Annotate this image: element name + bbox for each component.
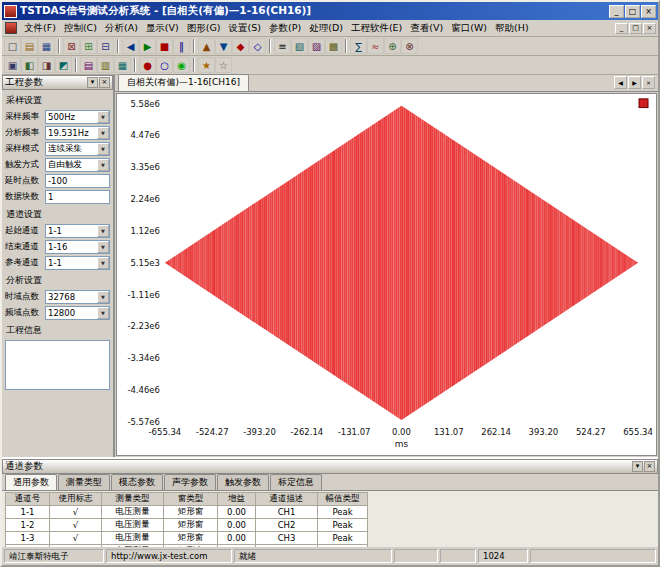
toolbar-icon-3[interactable]: ◨ [38, 57, 55, 73]
menu-item-4[interactable]: 显示(V) [142, 21, 183, 36]
menu-item-10[interactable]: 查看(V) [406, 21, 447, 36]
table-row[interactable]: 1-3√电压测量矩形窗0.00CH3Peak [6, 532, 368, 545]
field-combo[interactable]: 19.531Hz▼ [45, 126, 110, 140]
channel-tab-5[interactable]: 触发参数 [217, 474, 269, 490]
toolbar-icon-26[interactable]: ⊕ [384, 38, 401, 54]
tab-scroll-right-icon[interactable]: ▶ [628, 76, 641, 89]
child-minimize-button[interactable]: _ [615, 23, 628, 34]
table-cell: Peak [318, 506, 368, 519]
channel-panel-title: 通道参数 [5, 460, 631, 473]
toolbar-icon-15[interactable]: ☆ [215, 57, 232, 73]
toolbar-icon-12[interactable]: ◉ [173, 57, 190, 73]
toolbar-icon-12[interactable]: ‖ [173, 38, 190, 54]
toolbar-icon-22[interactable]: ▩ [325, 38, 342, 54]
dropdown-arrow-icon[interactable]: ▼ [97, 225, 109, 237]
child-restore-button[interactable]: □ [629, 23, 642, 34]
menu-item-7[interactable]: 参数(P) [265, 21, 305, 36]
toolbar-icon-11[interactable]: ○ [156, 57, 173, 73]
dropdown-arrow-icon[interactable]: ▼ [97, 127, 109, 139]
child-close-button[interactable]: × [643, 23, 656, 34]
channel-tab-2[interactable]: 测量类型 [58, 474, 110, 490]
dropdown-arrow-icon[interactable]: ▼ [97, 307, 109, 319]
toolbar-icon-9[interactable]: ◀ [122, 38, 139, 54]
close-button[interactable]: × [641, 5, 656, 18]
project-parameters-panel: 工程参数 ▾ × 采样设置采样频率500Hz▼分析频率19.531Hz▼采样模式… [2, 75, 115, 457]
project-panel-close-icon[interactable]: × [99, 77, 110, 88]
minimize-button[interactable]: _ [609, 5, 624, 18]
toolbar-icon-11[interactable]: ■ [156, 38, 173, 54]
field-combo[interactable]: 1-1▼ [45, 256, 110, 270]
toolbar-icon-1[interactable]: ▣ [4, 57, 21, 73]
menu-item-1[interactable]: 文件(F) [20, 21, 60, 36]
menu-item-2[interactable]: 控制(C) [60, 21, 101, 36]
table-row[interactable]: 1-1√电压测量矩形窗0.00CH1Peak [6, 506, 368, 519]
channel-tab-6[interactable]: 标定信息 [270, 474, 322, 490]
channel-tab-3[interactable]: 模态参数 [111, 474, 163, 490]
maximize-button[interactable]: □ [625, 5, 640, 18]
y-tick-label: -1.11e6 [127, 290, 160, 300]
table-row[interactable]: 1-2√电压测量矩形窗0.00CH2Peak [6, 519, 368, 532]
channel-panel-close-icon[interactable]: × [644, 461, 655, 472]
channel-tab-1[interactable]: 通用参数 [5, 474, 57, 490]
titlebar[interactable]: TSTDAS信号测试分析系统 - [自相关(有偏)—1-16(CH16)] _ … [2, 2, 658, 20]
menu-item-9[interactable]: 工程软件(E) [347, 21, 406, 36]
field-combo[interactable]: 1-1▼ [45, 224, 110, 238]
dropdown-arrow-icon[interactable]: ▼ [97, 159, 109, 171]
toolbar-icon-21[interactable]: ▨ [308, 38, 325, 54]
toolbar-icon-1[interactable]: □ [4, 38, 21, 54]
field-combo[interactable]: 12800▼ [45, 306, 110, 320]
dropdown-arrow-icon[interactable]: ▼ [97, 291, 109, 303]
toolbar-icon-2[interactable]: ▤ [21, 38, 38, 54]
toolbar-icon-6[interactable]: ⊞ [80, 38, 97, 54]
group-label: 采样设置 [5, 91, 110, 109]
main-area: 工程参数 ▾ × 采样设置采样频率500Hz▼分析频率19.531Hz▼采样模式… [2, 75, 658, 457]
field-combo[interactable]: 连续采集▼ [45, 142, 110, 156]
toolbar-icon-7[interactable]: ⊟ [97, 38, 114, 54]
menu-item-11[interactable]: 窗口(W) [447, 21, 491, 36]
dropdown-arrow-icon[interactable]: ▼ [97, 241, 109, 253]
chart-tab-close-icon[interactable]: × [642, 76, 655, 89]
toolbar-icon-8[interactable]: ▦ [114, 57, 131, 73]
toolbar-icon-24[interactable]: ∑ [350, 38, 367, 54]
field-combo[interactable]: 自由触发▼ [45, 158, 110, 172]
toolbar-icon-2[interactable]: ◧ [21, 57, 38, 73]
field-combo[interactable]: 1-16▼ [45, 240, 110, 254]
menu-item-8[interactable]: 处理(D) [305, 21, 347, 36]
dropdown-arrow-icon[interactable]: ▼ [97, 143, 109, 155]
toolbar-icon-19[interactable]: ≡ [274, 38, 291, 54]
toolbar-icon-25[interactable]: ≈ [367, 38, 384, 54]
dropdown-arrow-icon[interactable]: ▼ [97, 111, 109, 123]
autocorrelation-chart: 5.58e64.47e63.35e62.24e61.12e65.15e3-1.1… [117, 94, 656, 455]
toolbar-icon-15[interactable]: ▼ [215, 38, 232, 54]
project-info-textarea[interactable] [5, 340, 110, 390]
channel-panel-pin-icon[interactable]: ▾ [632, 461, 643, 472]
menu-item-12[interactable]: 帮助(H) [491, 21, 533, 36]
menu-item-3[interactable]: 分析(A) [101, 21, 142, 36]
toolbar-icon-7[interactable]: ▥ [97, 57, 114, 73]
menu-item-5[interactable]: 图形(G) [183, 21, 225, 36]
project-panel-pin-icon[interactable]: ▾ [87, 77, 98, 88]
toolbar-icon-16[interactable]: ◆ [232, 38, 249, 54]
dropdown-arrow-icon[interactable]: ▼ [97, 257, 109, 269]
chart-area[interactable]: 5.58e64.47e63.35e62.24e61.12e65.15e3-1.1… [116, 93, 657, 456]
chart-tab[interactable]: 自相关(有偏)—1-16[CH16] [118, 74, 249, 91]
toolbar-icon-5[interactable]: ⊠ [63, 38, 80, 54]
toolbar-icon-6[interactable]: ▤ [80, 57, 97, 73]
field-input[interactable]: 1 [45, 190, 110, 204]
toolbar-icon-4[interactable]: ◩ [55, 57, 72, 73]
toolbar-icon-27[interactable]: ⊗ [401, 38, 418, 54]
toolbar-icon-14[interactable]: ★ [198, 57, 215, 73]
toolbar-icon-10[interactable]: ● [139, 57, 156, 73]
toolbar-icon-3[interactable]: ▦ [38, 38, 55, 54]
channel-tab-4[interactable]: 声学参数 [164, 474, 216, 490]
field-input[interactable]: -100 [45, 174, 110, 188]
field-combo[interactable]: 500Hz▼ [45, 110, 110, 124]
tab-scroll-left-icon[interactable]: ◀ [614, 76, 627, 89]
menu-item-6[interactable]: 设置(S) [225, 21, 265, 36]
toolbar-icon-14[interactable]: ▲ [198, 38, 215, 54]
toolbar-icon-10[interactable]: ▶ [139, 38, 156, 54]
toolbar-icon-20[interactable]: ▧ [291, 38, 308, 54]
field-combo[interactable]: 32768▼ [45, 290, 110, 304]
field-row: 频域点数12800▼ [5, 305, 110, 320]
toolbar-icon-17[interactable]: ◇ [249, 38, 266, 54]
